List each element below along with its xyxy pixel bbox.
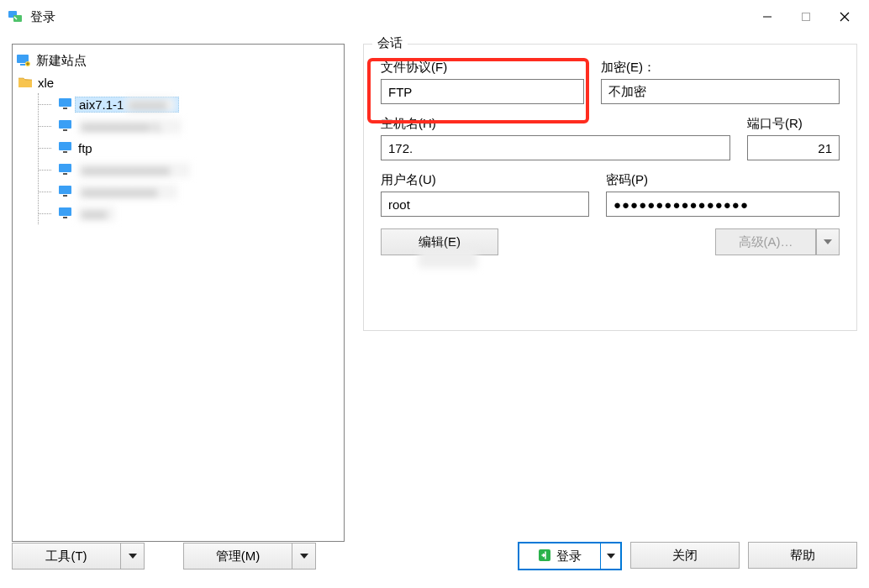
tree-new-site[interactable]: 新建站点 — [16, 50, 342, 71]
protocol-label: 文件协议(F) — [381, 60, 584, 76]
chevron-down-icon[interactable] — [292, 543, 316, 570]
tree-item-label: 新建站点 — [36, 53, 87, 69]
svg-rect-15 — [59, 164, 71, 172]
svg-rect-13 — [59, 142, 71, 150]
host-input[interactable] — [381, 135, 730, 160]
monitor-icon — [58, 206, 73, 221]
tree-item-label: xxxx — [78, 207, 115, 221]
session-legend: 会话 — [372, 35, 408, 51]
tree-site-item[interactable]: xxxx — [16, 202, 342, 224]
monitor-icon — [58, 184, 73, 199]
help-button[interactable]: 帮助 — [748, 542, 857, 569]
svg-rect-20 — [63, 217, 67, 218]
monitor-icon — [58, 118, 73, 134]
tools-button[interactable]: 工具(T) — [12, 543, 145, 570]
port-label: 端口号(R) — [747, 116, 840, 132]
advanced-dropdown-arrow[interactable] — [816, 228, 840, 255]
svg-rect-1 — [13, 15, 22, 22]
tree-site-item[interactable]: xxxxxxxxxxx L — [16, 115, 342, 137]
svg-rect-17 — [59, 186, 71, 194]
username-label: 用户名(U) — [381, 172, 589, 188]
tree-site-item[interactable]: xxxxxxxxxxxx — [16, 181, 342, 202]
tree-site-item[interactable]: xxxxxxxxxxxxxx — [16, 159, 342, 181]
svg-rect-9 — [59, 98, 71, 107]
window-controls — [748, 4, 864, 29]
tree-site-item[interactable]: aix7.1-1xxxxxx — [16, 93, 342, 115]
monitor-icon — [16, 53, 31, 68]
advanced-button[interactable]: 高级(A)… — [715, 228, 816, 255]
tree-item-label: xle — [38, 76, 54, 90]
close-dialog-button[interactable]: 关闭 — [630, 542, 740, 569]
tree-site-item[interactable]: ftp — [16, 137, 342, 159]
svg-rect-7 — [20, 64, 25, 66]
monitor-icon — [58, 140, 73, 155]
minimize-button[interactable] — [748, 4, 787, 29]
tree-item-label: aix7.1-1xxxxxx — [75, 97, 179, 113]
svg-rect-3 — [803, 13, 810, 21]
svg-rect-16 — [63, 173, 67, 175]
login-button[interactable]: 登录 — [518, 542, 622, 570]
encryption-label: 加密(E)： — [601, 60, 840, 76]
protocol-select[interactable]: FTP — [381, 79, 584, 104]
maximize-button[interactable] — [787, 4, 825, 29]
port-input[interactable] — [747, 135, 840, 160]
username-input[interactable] — [381, 192, 589, 217]
edit-button[interactable]: 编辑(E) — [381, 228, 498, 255]
svg-rect-18 — [63, 195, 67, 197]
password-label: 密码(P) — [606, 172, 840, 188]
svg-rect-10 — [63, 108, 67, 109]
encryption-select[interactable]: 不加密 — [601, 79, 840, 104]
tree-item-label: ftp — [78, 141, 92, 155]
window-title: 登录 — [30, 9, 55, 25]
titlebar: 登录 — [0, 0, 869, 34]
session-group: 会话 文件协议(F) FTP 加密(E)： 不加密 — [363, 44, 857, 331]
tree-item-label: xxxxxxxxxxx L — [78, 119, 182, 134]
host-label: 主机名(H) — [381, 116, 730, 132]
tree-folder[interactable]: xle — [16, 71, 342, 93]
login-icon — [538, 549, 551, 564]
close-button[interactable] — [825, 4, 864, 29]
monitor-icon — [58, 97, 73, 112]
svg-rect-14 — [63, 151, 67, 153]
folder-icon — [18, 75, 33, 90]
app-icon — [8, 9, 24, 24]
tree-item-label: xxxxxxxxxxxxxx — [78, 163, 190, 177]
site-tree[interactable]: 新建站点 xle aix7.1-1xxxxxx — [12, 44, 345, 542]
monitor-icon — [58, 162, 73, 177]
svg-rect-11 — [59, 120, 71, 129]
footer-bar: 工具(T) 管理(M) 登录 关闭 帮助 — [0, 542, 869, 579]
manage-button[interactable]: 管理(M) — [183, 543, 316, 570]
svg-rect-12 — [63, 129, 67, 131]
svg-rect-19 — [59, 207, 71, 216]
chevron-down-icon[interactable] — [600, 543, 620, 569]
chevron-down-icon[interactable] — [121, 543, 145, 570]
password-input[interactable] — [606, 192, 840, 217]
tree-item-label: xxxxxxxxxxxx — [78, 185, 177, 199]
